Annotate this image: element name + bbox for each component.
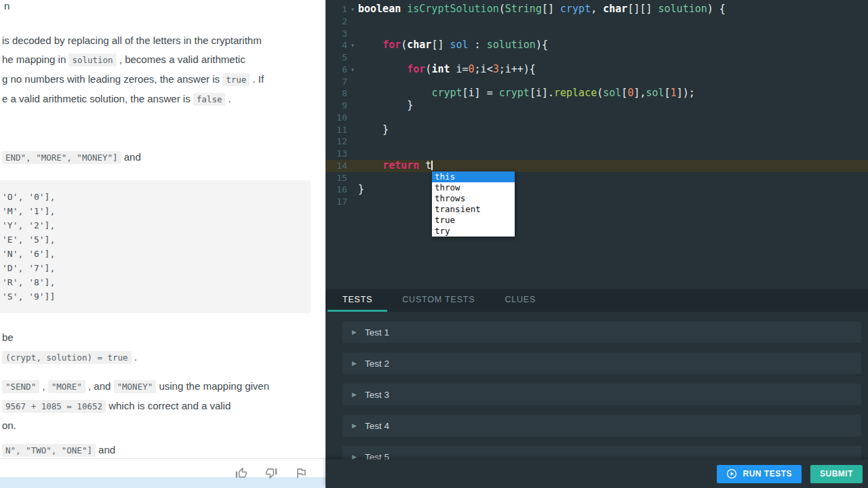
text-line: (crypt, solution) = true . — [2, 348, 321, 367]
code-line[interactable]: 15 — [326, 172, 868, 184]
code-line[interactable]: 13 — [326, 148, 868, 160]
code-token: ( — [401, 39, 407, 51]
test-row[interactable]: ▶Test 1 — [342, 321, 861, 343]
code-text: } — [358, 100, 868, 112]
fold-spacer — [347, 160, 358, 172]
autocomplete-item[interactable]: try — [432, 226, 515, 237]
submit-button[interactable]: SUBMIT — [810, 465, 863, 483]
code-token: 0 — [469, 63, 475, 75]
code-line[interactable]: 4▾ for(char[] sol : solution){ — [326, 39, 868, 52]
text-run: and — [121, 151, 141, 163]
code-editor[interactable]: 1▾boolean isCryptSolution(String[] crypt… — [326, 0, 868, 289]
autocomplete-item[interactable]: throw — [432, 182, 515, 193]
code-lines: 1▾boolean isCryptSolution(String[] crypt… — [326, 3, 868, 208]
clipped-text-fragment: n — [4, 0, 9, 12]
fold-spacer — [347, 28, 358, 40]
code-token: solution — [658, 3, 707, 15]
code-token: crypt — [560, 3, 591, 15]
autocomplete-item[interactable]: throws — [432, 193, 515, 204]
inline-code: 9567 + 1085 = 10652 — [2, 400, 106, 413]
autocomplete-item[interactable]: transient — [432, 204, 515, 215]
test-row[interactable]: ▶Test 4 — [342, 415, 861, 436]
code-line[interactable]: 6▾ for(int i=0;i<3;i++){ — [326, 64, 868, 76]
autocomplete-item[interactable]: true — [432, 215, 515, 226]
code-line[interactable]: 16} — [326, 184, 868, 196]
text-line: he mapping in solution , becomes a valid… — [2, 50, 321, 70]
actions-bar: RUN TESTS SUBMIT — [326, 460, 868, 488]
autocomplete-item[interactable]: this — [432, 171, 515, 182]
text-run: using the mapping given — [156, 380, 269, 392]
text-run: , and — [85, 380, 114, 392]
test-row[interactable]: ▶Test 2 — [342, 352, 861, 374]
code-token: for — [407, 63, 425, 75]
flag-icon[interactable] — [294, 466, 308, 480]
line-number: 14 — [326, 160, 347, 172]
line-number: 13 — [326, 148, 347, 160]
fold-spacer — [347, 184, 358, 196]
inline-code: "MONEY" — [114, 380, 157, 393]
test-row[interactable]: ▶Test 3 — [342, 384, 861, 405]
code-line[interactable]: 8 crypt[i] = crypt[i].replace(sol[0],sol… — [326, 87, 868, 100]
run-tests-button[interactable]: RUN TESTS — [717, 465, 802, 483]
expand-arrow-icon: ▶ — [352, 391, 357, 398]
description-paragraph: N", "TWO", "ONE"] and — [2, 441, 321, 460]
line-number: 7 — [326, 76, 347, 88]
fold-arrow-icon[interactable]: ▾ — [347, 39, 358, 52]
fold-arrow-icon[interactable]: ▾ — [347, 64, 358, 76]
code-text — [358, 28, 868, 40]
tab-tests[interactable]: TESTS — [328, 289, 387, 312]
code-token: ( — [597, 87, 603, 99]
code-line[interactable]: 10 — [326, 112, 868, 124]
thumbs-up-icon[interactable] — [235, 466, 248, 480]
code-line[interactable]: 14 return t — [326, 160, 868, 172]
code-token: } — [358, 183, 364, 195]
code-line[interactable]: 1▾boolean isCryptSolution(String[] crypt… — [326, 3, 868, 16]
thumbs-down-icon[interactable] — [264, 466, 278, 480]
text-run: which is correct and a valid — [106, 400, 231, 411]
code-text — [358, 148, 868, 160]
code-line[interactable]: 3 — [326, 28, 868, 40]
code-token: char — [603, 3, 627, 15]
inline-code: true — [222, 73, 250, 86]
code-text: return t — [358, 160, 868, 172]
code-token: : — [469, 39, 487, 51]
code-line[interactable]: 5 — [326, 52, 868, 64]
code-line[interactable]: 11 } — [326, 124, 868, 136]
code-token: ;i< — [475, 63, 493, 75]
text-run: , becomes a valid arithmetic — [117, 54, 245, 65]
autocomplete-dropdown[interactable]: thisthrowthrowstransienttruetry — [432, 171, 515, 237]
code-text: } — [358, 124, 868, 136]
text-line: e a valid arithmetic solution, the answe… — [2, 89, 321, 109]
inline-code: END", "MORE", "MONEY"] — [2, 151, 121, 164]
tab-custom-tests[interactable]: CUSTOM TESTS — [387, 289, 490, 312]
description-paragraph: END", "MORE", "MONEY"] and — [2, 148, 321, 167]
fold-spacer — [347, 87, 358, 100]
line-number: 8 — [326, 87, 347, 100]
code-line[interactable]: 2 — [326, 16, 868, 28]
tab-clues[interactable]: CLUES — [490, 289, 551, 312]
line-number: 5 — [326, 52, 347, 64]
text-line: g no numbers with leading zeroes, the an… — [2, 70, 321, 89]
code-token: crypt — [499, 87, 530, 99]
line-number: 3 — [326, 28, 347, 40]
code-line[interactable]: 9 } — [326, 100, 868, 112]
text-line: "SEND" , "MORE" , and "MONEY" using the … — [2, 377, 321, 396]
feedback-bar — [0, 458, 326, 488]
code-text — [358, 76, 868, 88]
fold-spacer — [347, 136, 358, 148]
text-line: is decoded by replacing all of the lette… — [2, 31, 321, 50]
line-number: 11 — [326, 124, 347, 136]
code-line[interactable]: 12 — [326, 136, 868, 148]
code-token: for — [382, 39, 401, 51]
code-line[interactable]: 7 — [326, 76, 868, 88]
code-token: ], — [633, 87, 646, 99]
code-line[interactable]: 17 — [326, 196, 868, 208]
code-token: replace — [554, 87, 597, 99]
line-number: 17 — [326, 196, 347, 208]
code-token: isCryptSolution — [407, 3, 498, 15]
code-token: solution — [487, 39, 536, 51]
line-number: 2 — [326, 16, 347, 28]
fold-arrow-icon[interactable]: ▾ — [347, 3, 358, 16]
text-run: e a valid arithmetic solution, the answe… — [2, 93, 193, 104]
text-cursor — [431, 161, 433, 170]
